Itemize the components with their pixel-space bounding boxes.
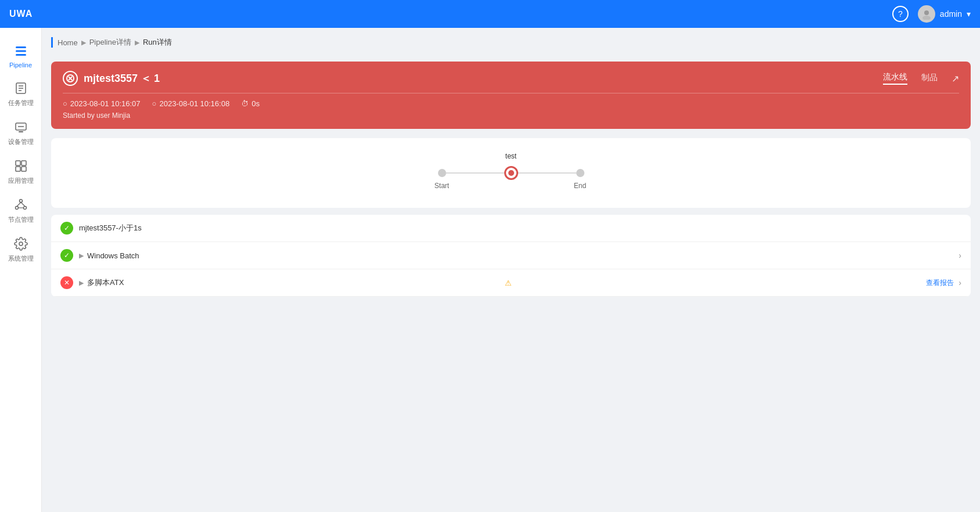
- pipeline-node-start: Start: [438, 169, 446, 177]
- start-time-icon: ○: [63, 99, 67, 108]
- run-header: mjtest3557 ＜ 1 流水线 制品 ↗ ○ 2023-08-01 10:…: [51, 62, 971, 129]
- breadcrumb: Home ▶ Pipeline详情 ▶ Run详情: [51, 37, 172, 48]
- job3-report[interactable]: 查看报告: [926, 278, 954, 288]
- pipeline-node-test[interactable]: test: [504, 166, 518, 180]
- svg-rect-2: [16, 46, 26, 48]
- app-logo: UWA: [9, 9, 33, 19]
- end-time: ○ 2023-08-01 10:16:08: [152, 99, 230, 108]
- job-list: ✓ mjtest3557-小于1s ✓ ▶ Windows Batch › ✕ …: [51, 215, 971, 297]
- job2-name: Windows Batch: [87, 251, 959, 260]
- job-row-2: ✓ ▶ Windows Batch ›: [51, 242, 971, 269]
- run-tabs: 流水线 制品 ↗: [883, 72, 959, 85]
- job1-name: mjtest3557-小于1s: [79, 223, 961, 233]
- app-icon: [13, 158, 29, 174]
- line-test-end: [518, 172, 576, 174]
- breadcrumb-home[interactable]: Home: [58, 38, 78, 47]
- content-area: Home ▶ Pipeline详情 ▶ Run详情 刷新状态 mjtest355…: [42, 28, 980, 512]
- svg-point-17: [15, 207, 18, 210]
- job3-status-icon: ✕: [60, 276, 73, 289]
- job3-arrow: ›: [959, 278, 961, 287]
- svg-point-0: [924, 10, 929, 15]
- sidebar-item-device[interactable]: 设备管理: [0, 113, 41, 152]
- svg-point-1: [922, 16, 931, 20]
- job2-expand[interactable]: ▶: [79, 252, 84, 259]
- breadcrumb-arrow1: ▶: [81, 39, 86, 46]
- breadcrumb-arrow2: ▶: [135, 39, 139, 46]
- pipeline-graph: Start test End: [51, 138, 971, 208]
- sidebar-item-system[interactable]: 系统管理: [0, 230, 41, 269]
- sidebar-label-system: 系统管理: [8, 254, 34, 263]
- pipeline-node-end: End: [576, 169, 584, 177]
- test-label: test: [505, 152, 516, 160]
- svg-rect-3: [16, 51, 26, 52]
- start-time: ○ 2023-08-01 10:16:07: [63, 99, 141, 108]
- tab-artifact[interactable]: 制品: [921, 73, 938, 84]
- svg-line-20: [21, 203, 25, 207]
- top-navbar: UWA ? admin ▾: [0, 0, 980, 28]
- navbar-right: ? admin ▾: [892, 5, 971, 23]
- user-dropdown-icon: ▾: [967, 9, 971, 19]
- breadcrumb-run: Run详情: [143, 37, 172, 48]
- duration-value: 0s: [252, 99, 260, 108]
- duration: ⏱ 0s: [241, 99, 260, 108]
- svg-line-19: [17, 203, 21, 207]
- svg-rect-14: [16, 167, 20, 171]
- job3-name: 多脚本ATX: [87, 277, 501, 288]
- start-circle: [438, 169, 446, 177]
- start-time-value: 2023-08-01 10:16:07: [70, 99, 141, 108]
- user-avatar: [918, 5, 935, 23]
- sidebar-item-pipeline[interactable]: Pipeline: [0, 37, 41, 74]
- sidebar-label-pipeline: Pipeline: [9, 62, 32, 68]
- sidebar: Pipeline 任务管理 设备管理 应用管理 节点管理: [0, 28, 42, 512]
- job2-arrow: ›: [959, 251, 961, 260]
- pipeline-icon: [13, 43, 29, 59]
- user-name: admin: [940, 9, 962, 19]
- job-row-1: ✓ mjtest3557-小于1s: [51, 215, 971, 242]
- system-icon: [13, 236, 29, 252]
- sidebar-label-task: 任务管理: [8, 99, 34, 107]
- node-icon: [13, 197, 29, 213]
- sidebar-item-app[interactable]: 应用管理: [0, 152, 41, 191]
- svg-rect-15: [21, 167, 26, 171]
- test-circle: [504, 166, 518, 180]
- end-time-value: 2023-08-01 10:16:08: [159, 99, 229, 108]
- svg-point-22: [19, 242, 23, 246]
- pipeline-nodes: Start test End: [438, 166, 584, 180]
- sidebar-label-device: 设备管理: [8, 138, 34, 146]
- svg-point-16: [19, 200, 22, 203]
- job1-status-icon: ✓: [60, 222, 73, 235]
- run-title-row: mjtest3557 ＜ 1 流水线 制品 ↗: [63, 71, 959, 86]
- start-label: Start: [435, 182, 449, 190]
- sidebar-item-task[interactable]: 任务管理: [0, 74, 41, 113]
- duration-icon: ⏱: [241, 99, 249, 108]
- sidebar-item-node[interactable]: 节点管理: [0, 191, 41, 230]
- job3-warning-icon: ⚠: [505, 279, 512, 287]
- run-status-icon: [63, 71, 78, 86]
- line-start-test: [446, 172, 504, 174]
- breadcrumb-pipeline[interactable]: Pipeline详情: [89, 37, 131, 48]
- svg-point-18: [23, 207, 26, 210]
- end-time-icon: ○: [152, 99, 157, 108]
- run-title: mjtest3557 ＜ 1: [63, 71, 160, 86]
- svg-rect-4: [16, 54, 26, 56]
- user-menu[interactable]: admin ▾: [918, 5, 971, 23]
- external-link-icon[interactable]: ↗: [952, 73, 959, 84]
- help-icon[interactable]: ?: [892, 6, 909, 22]
- main-layout: Pipeline 任务管理 设备管理 应用管理 节点管理: [0, 0, 980, 512]
- job-row-3: ✕ ▶ 多脚本ATX ⚠ 查看报告 ›: [51, 269, 971, 297]
- svg-rect-10: [19, 131, 23, 132]
- run-divider: [63, 93, 959, 93]
- started-by: Started by user Minjia: [63, 111, 959, 120]
- sidebar-label-node: 节点管理: [8, 215, 34, 224]
- sidebar-label-app: 应用管理: [8, 176, 34, 185]
- svg-rect-13: [21, 161, 26, 165]
- run-meta: ○ 2023-08-01 10:16:07 ○ 2023-08-01 10:16…: [63, 99, 959, 108]
- tab-pipeline[interactable]: 流水线: [883, 72, 907, 85]
- job3-expand[interactable]: ▶: [79, 279, 84, 287]
- device-icon: [13, 119, 29, 135]
- end-label: End: [574, 182, 586, 190]
- svg-rect-12: [16, 161, 20, 165]
- task-icon: [13, 80, 29, 96]
- end-circle: [576, 169, 584, 177]
- run-title-text: mjtest3557 ＜ 1: [84, 71, 160, 85]
